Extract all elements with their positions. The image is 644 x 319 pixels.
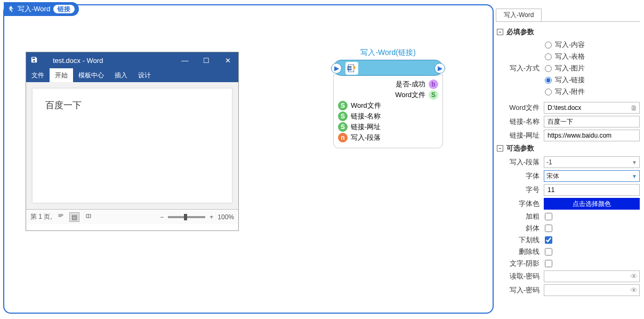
mode-attach-label: 写入-附件 — [555, 87, 585, 97]
word-file-label: Word文件 — [496, 103, 544, 113]
node-header[interactable]: ▶ W ▶ — [333, 60, 443, 76]
link-url-label: 链接-网址 — [496, 131, 544, 140]
word-tab-insert[interactable]: 插入 — [109, 68, 133, 82]
node-in-file-label: Word文件 — [351, 101, 381, 110]
header-bar: 写入-Word 链接 — [4, 2, 79, 16]
pin-string-icon[interactable]: S — [338, 122, 348, 132]
node-exec-in[interactable]: ▶ — [331, 63, 342, 74]
pin-bool-icon[interactable]: b — [429, 79, 438, 89]
main-panel: 写入-Word 链接 test.docx - Word — ☐ ✕ 文件 开始 … — [3, 4, 494, 314]
word-tab-design[interactable]: 设计 — [133, 68, 156, 82]
word-content-text: 百度一下 — [45, 100, 82, 110]
pin-string-icon[interactable]: S — [429, 90, 438, 100]
italic-label: 斜体 — [496, 224, 544, 233]
strike-label: 删除线 — [496, 247, 544, 257]
section-required[interactable]: − 必填参数 — [497, 27, 640, 37]
bold-label: 加粗 — [496, 212, 544, 221]
mode-image[interactable]: 写入-图片 — [545, 63, 585, 73]
shadow-label: 文字-阴影 — [496, 259, 544, 268]
link-url-input[interactable] — [544, 130, 640, 141]
collapse-icon[interactable]: − — [497, 145, 503, 151]
word-window: test.docx - Word — ☐ ✕ 文件 开始 模板中心 插入 设计 … — [26, 52, 239, 231]
size-label: 字号 — [496, 185, 544, 195]
zoom-in[interactable]: + — [210, 213, 213, 221]
pin-string-icon[interactable]: S — [338, 111, 348, 121]
shadow-checkbox[interactable] — [545, 260, 552, 267]
readmode-icon[interactable] — [85, 213, 92, 221]
close-button[interactable]: ✕ — [217, 57, 238, 65]
node-out-file-label: Word文件 — [395, 90, 425, 100]
word-page[interactable]: 百度一下 — [33, 89, 232, 203]
write-mode-label: 写入-方式 — [496, 63, 544, 73]
person-run-icon — [6, 4, 15, 14]
collapse-icon[interactable]: − — [497, 29, 503, 35]
word-title: test.docx - Word — [42, 57, 174, 65]
language-indicator[interactable] — [58, 213, 64, 221]
para-label: 写入-段落 — [496, 157, 544, 167]
word-tab-file[interactable]: 文件 — [26, 68, 50, 82]
section-optional-label: 可选参数 — [506, 143, 534, 153]
header-title: 写入-Word — [18, 4, 50, 14]
link-name-label: 链接-名称 — [496, 117, 544, 126]
svg-text:W: W — [348, 67, 351, 70]
color-pick-button[interactable]: 点击选择颜色 — [544, 198, 640, 210]
strike-checkbox[interactable] — [545, 248, 552, 256]
read-pwd-input[interactable] — [544, 270, 640, 282]
node-in-para-label: 写入-段落 — [351, 133, 381, 142]
mode-link-label: 写入-链接 — [555, 75, 585, 85]
pin-string-icon[interactable]: S — [338, 101, 348, 110]
italic-checkbox[interactable] — [545, 225, 552, 232]
chevron-down-icon: ▼ — [632, 160, 637, 165]
word-ribbon-tabs: 文件 开始 模板中心 插入 设计 — [26, 68, 238, 82]
zoom-out[interactable]: − — [160, 213, 164, 221]
maximize-button[interactable]: ☐ — [196, 57, 217, 65]
word-file-input[interactable] — [544, 102, 640, 114]
node-in-file[interactable]: S Word文件 — [338, 101, 438, 110]
underline-label: 下划线 — [496, 235, 544, 245]
page-indicator: 第 1 页, — [30, 212, 52, 221]
write-pwd-input[interactable] — [544, 284, 640, 296]
node-in-url[interactable]: S 链接-网址 — [338, 122, 438, 132]
node-body: 是否-成功 b Word文件 S S Word文件 S 链接-名称 S 链接 — [333, 75, 443, 148]
panel-tab[interactable]: 写入-Word — [496, 9, 542, 21]
mode-link[interactable]: 写入-链接 — [545, 75, 585, 85]
node-exec-out[interactable]: ▶ — [434, 63, 445, 74]
bold-checkbox[interactable] — [545, 213, 552, 220]
views-icon[interactable]: ▤ — [69, 212, 79, 222]
mode-content[interactable]: 写入-内容 — [545, 40, 585, 50]
mode-attach[interactable]: 写入-附件 — [545, 87, 585, 97]
size-input[interactable] — [544, 184, 640, 196]
font-select[interactable]: 宋体▼ — [544, 170, 640, 182]
font-label: 字体 — [496, 171, 544, 181]
node-out-file[interactable]: Word文件 S — [338, 90, 438, 100]
minimize-button[interactable]: — — [174, 57, 196, 65]
word-tab-template[interactable]: 模板中心 — [73, 68, 109, 82]
word-tab-home[interactable]: 开始 — [50, 68, 73, 82]
link-name-input[interactable] — [544, 116, 640, 127]
property-panel: 写入-Word − 必填参数 写入-内容 写入-表格 写入-方式 写入-图片 写… — [496, 9, 640, 315]
word-doc-area: 百度一下 — [26, 82, 238, 209]
flow-node[interactable]: 写入-Word(链接) ▶ W ▶ 是否-成功 b Word文件 S S — [333, 48, 443, 148]
zoom-slider[interactable] — [168, 216, 205, 218]
zoom-level: 100% — [218, 213, 234, 221]
pin-number-icon[interactable]: n — [338, 133, 348, 142]
mode-table[interactable]: 写入-表格 — [545, 52, 585, 61]
save-icon[interactable] — [26, 56, 42, 65]
color-label: 字体色 — [496, 199, 544, 209]
mode-image-label: 写入-图片 — [555, 63, 585, 73]
node-out-success-label: 是否-成功 — [396, 79, 425, 89]
section-optional[interactable]: − 可选参数 — [497, 143, 640, 153]
node-in-name[interactable]: S 链接-名称 — [338, 111, 438, 121]
node-in-url-label: 链接-网址 — [351, 122, 381, 132]
read-pwd-label: 读取-密码 — [496, 272, 544, 281]
word-doc-icon: W — [345, 62, 358, 75]
node-in-para[interactable]: n 写入-段落 — [338, 133, 438, 142]
word-statusbar: 第 1 页, ▤ − + 100% — [26, 209, 238, 224]
underline-checkbox[interactable] — [545, 236, 552, 244]
node-out-success[interactable]: 是否-成功 b — [338, 79, 438, 89]
mode-table-label: 写入-表格 — [555, 52, 585, 61]
header-badge: 链接 — [53, 5, 75, 13]
node-in-name-label: 链接-名称 — [351, 111, 381, 121]
para-select[interactable]: -1▼ — [544, 156, 640, 168]
section-required-label: 必填参数 — [506, 27, 534, 37]
